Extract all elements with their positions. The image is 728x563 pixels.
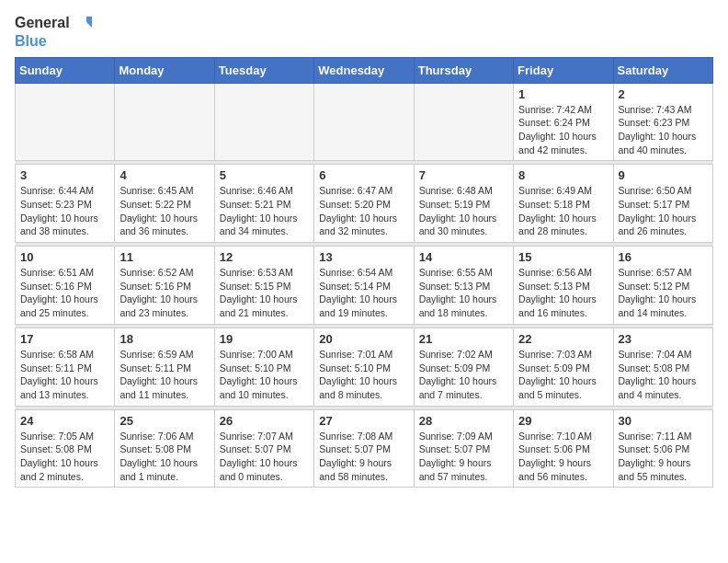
day-info: Sunrise: 6:57 AM Sunset: 5:12 PM Dayligh… — [619, 266, 708, 320]
day-info: Sunrise: 7:11 AM Sunset: 5:06 PM Dayligh… — [619, 430, 708, 484]
svg-marker-1 — [86, 17, 92, 28]
calendar-cell: 13Sunrise: 6:54 AM Sunset: 5:14 PM Dayli… — [314, 247, 414, 325]
weekday-header: Sunday — [16, 57, 115, 83]
calendar-cell: 22Sunrise: 7:03 AM Sunset: 5:09 PM Dayli… — [514, 327, 613, 406]
calendar-cell: 23Sunrise: 7:04 AM Sunset: 5:08 PM Dayli… — [613, 327, 712, 406]
day-info: Sunrise: 7:07 AM Sunset: 5:07 PM Dayligh… — [220, 430, 309, 484]
calendar-cell: 19Sunrise: 7:00 AM Sunset: 5:10 PM Dayli… — [214, 327, 313, 406]
calendar-header-row: SundayMondayTuesdayWednesdayThursdayFrid… — [16, 57, 713, 83]
calendar-cell — [214, 83, 313, 161]
day-number: 21 — [419, 332, 508, 346]
calendar-cell: 28Sunrise: 7:09 AM Sunset: 5:07 PM Dayli… — [414, 409, 513, 488]
day-info: Sunrise: 6:49 AM Sunset: 5:18 PM Dayligh… — [518, 184, 608, 238]
calendar-cell: 2Sunrise: 7:43 AM Sunset: 6:23 PM Daylig… — [613, 83, 712, 161]
day-info: Sunrise: 6:53 AM Sunset: 5:15 PM Dayligh… — [220, 266, 309, 320]
day-number: 16 — [619, 250, 708, 264]
calendar-cell: 4Sunrise: 6:45 AM Sunset: 5:22 PM Daylig… — [115, 165, 214, 243]
day-info: Sunrise: 6:48 AM Sunset: 5:19 PM Dayligh… — [419, 184, 508, 238]
day-info: Sunrise: 6:46 AM Sunset: 5:21 PM Dayligh… — [220, 184, 309, 238]
day-number: 18 — [119, 332, 209, 346]
calendar-cell: 25Sunrise: 7:06 AM Sunset: 5:08 PM Dayli… — [115, 409, 214, 488]
logo-arrow-icon — [74, 15, 94, 33]
day-number: 12 — [220, 250, 309, 264]
day-number: 2 — [619, 87, 708, 101]
day-number: 29 — [518, 414, 608, 428]
logo: General Blue — [15, 15, 94, 50]
day-number: 11 — [119, 250, 209, 264]
calendar-cell: 1Sunrise: 7:42 AM Sunset: 6:24 PM Daylig… — [514, 83, 613, 161]
calendar-cell: 3Sunrise: 6:44 AM Sunset: 5:23 PM Daylig… — [16, 165, 115, 243]
calendar-cell: 27Sunrise: 7:08 AM Sunset: 5:07 PM Dayli… — [314, 409, 414, 488]
day-info: Sunrise: 7:06 AM Sunset: 5:08 PM Dayligh… — [119, 430, 209, 484]
day-info: Sunrise: 6:56 AM Sunset: 5:13 PM Dayligh… — [518, 266, 608, 320]
calendar-cell: 17Sunrise: 6:58 AM Sunset: 5:11 PM Dayli… — [16, 327, 115, 406]
day-info: Sunrise: 7:02 AM Sunset: 5:09 PM Dayligh… — [419, 348, 508, 402]
day-info: Sunrise: 7:00 AM Sunset: 5:10 PM Dayligh… — [220, 348, 309, 402]
day-info: Sunrise: 6:47 AM Sunset: 5:20 PM Dayligh… — [319, 184, 408, 238]
calendar-cell: 12Sunrise: 6:53 AM Sunset: 5:15 PM Dayli… — [214, 247, 313, 325]
calendar-cell: 7Sunrise: 6:48 AM Sunset: 5:19 PM Daylig… — [414, 165, 513, 243]
day-number: 25 — [119, 414, 209, 428]
day-number: 22 — [518, 332, 608, 346]
day-number: 8 — [518, 168, 608, 182]
calendar-cell — [115, 83, 214, 161]
day-info: Sunrise: 7:42 AM Sunset: 6:24 PM Dayligh… — [518, 103, 608, 157]
weekday-header: Monday — [115, 57, 214, 83]
day-info: Sunrise: 6:44 AM Sunset: 5:23 PM Dayligh… — [20, 184, 109, 238]
weekday-header: Friday — [514, 57, 613, 83]
calendar-week-row: 1Sunrise: 7:42 AM Sunset: 6:24 PM Daylig… — [16, 83, 713, 161]
day-number: 19 — [220, 332, 309, 346]
day-number: 17 — [20, 332, 109, 346]
day-number: 13 — [319, 250, 408, 264]
day-number: 9 — [619, 168, 708, 182]
calendar-cell: 5Sunrise: 6:46 AM Sunset: 5:21 PM Daylig… — [214, 165, 313, 243]
calendar-week-row: 24Sunrise: 7:05 AM Sunset: 5:08 PM Dayli… — [16, 409, 713, 488]
calendar-cell: 16Sunrise: 6:57 AM Sunset: 5:12 PM Dayli… — [613, 247, 712, 325]
day-number: 4 — [119, 168, 209, 182]
day-info: Sunrise: 7:05 AM Sunset: 5:08 PM Dayligh… — [20, 430, 109, 484]
calendar-cell: 10Sunrise: 6:51 AM Sunset: 5:16 PM Dayli… — [16, 247, 115, 325]
page-header: General Blue — [15, 15, 713, 50]
calendar-cell: 8Sunrise: 6:49 AM Sunset: 5:18 PM Daylig… — [514, 165, 613, 243]
day-info: Sunrise: 6:50 AM Sunset: 5:17 PM Dayligh… — [619, 184, 708, 238]
day-info: Sunrise: 7:03 AM Sunset: 5:09 PM Dayligh… — [518, 348, 608, 402]
day-number: 14 — [419, 250, 508, 264]
day-info: Sunrise: 6:58 AM Sunset: 5:11 PM Dayligh… — [20, 348, 109, 402]
calendar-cell — [314, 83, 414, 161]
day-info: Sunrise: 6:52 AM Sunset: 5:16 PM Dayligh… — [119, 266, 209, 320]
calendar-table: SundayMondayTuesdayWednesdayThursdayFrid… — [15, 57, 713, 488]
day-info: Sunrise: 6:55 AM Sunset: 5:13 PM Dayligh… — [419, 266, 508, 320]
day-number: 26 — [220, 414, 309, 428]
day-number: 1 — [518, 87, 608, 101]
day-number: 30 — [619, 414, 708, 428]
day-number: 7 — [419, 168, 508, 182]
day-info: Sunrise: 6:45 AM Sunset: 5:22 PM Dayligh… — [119, 184, 209, 238]
calendar-cell: 30Sunrise: 7:11 AM Sunset: 5:06 PM Dayli… — [613, 409, 712, 488]
day-info: Sunrise: 7:43 AM Sunset: 6:23 PM Dayligh… — [619, 103, 708, 157]
day-number: 20 — [319, 332, 408, 346]
weekday-header: Saturday — [613, 57, 712, 83]
calendar-cell — [16, 83, 115, 161]
day-number: 24 — [20, 414, 109, 428]
day-number: 28 — [419, 414, 508, 428]
calendar-week-row: 10Sunrise: 6:51 AM Sunset: 5:16 PM Dayli… — [16, 247, 713, 325]
calendar-week-row: 3Sunrise: 6:44 AM Sunset: 5:23 PM Daylig… — [16, 165, 713, 243]
logo-container: General Blue — [15, 15, 94, 50]
day-number: 5 — [220, 168, 309, 182]
day-info: Sunrise: 7:10 AM Sunset: 5:06 PM Dayligh… — [518, 430, 608, 484]
calendar-cell: 24Sunrise: 7:05 AM Sunset: 5:08 PM Dayli… — [16, 409, 115, 488]
logo-text-blue: Blue — [15, 33, 94, 50]
day-number: 10 — [20, 250, 109, 264]
day-number: 3 — [20, 168, 109, 182]
day-info: Sunrise: 7:08 AM Sunset: 5:07 PM Dayligh… — [319, 430, 408, 484]
weekday-header: Wednesday — [314, 57, 414, 83]
day-number: 23 — [619, 332, 708, 346]
day-number: 27 — [319, 414, 408, 428]
day-info: Sunrise: 7:09 AM Sunset: 5:07 PM Dayligh… — [419, 430, 508, 484]
calendar-cell: 9Sunrise: 6:50 AM Sunset: 5:17 PM Daylig… — [613, 165, 712, 243]
day-info: Sunrise: 6:59 AM Sunset: 5:11 PM Dayligh… — [119, 348, 209, 402]
calendar-cell: 18Sunrise: 6:59 AM Sunset: 5:11 PM Dayli… — [115, 327, 214, 406]
day-info: Sunrise: 6:51 AM Sunset: 5:16 PM Dayligh… — [20, 266, 109, 320]
calendar-cell: 26Sunrise: 7:07 AM Sunset: 5:07 PM Dayli… — [214, 409, 313, 488]
calendar-cell: 29Sunrise: 7:10 AM Sunset: 5:06 PM Dayli… — [514, 409, 613, 488]
